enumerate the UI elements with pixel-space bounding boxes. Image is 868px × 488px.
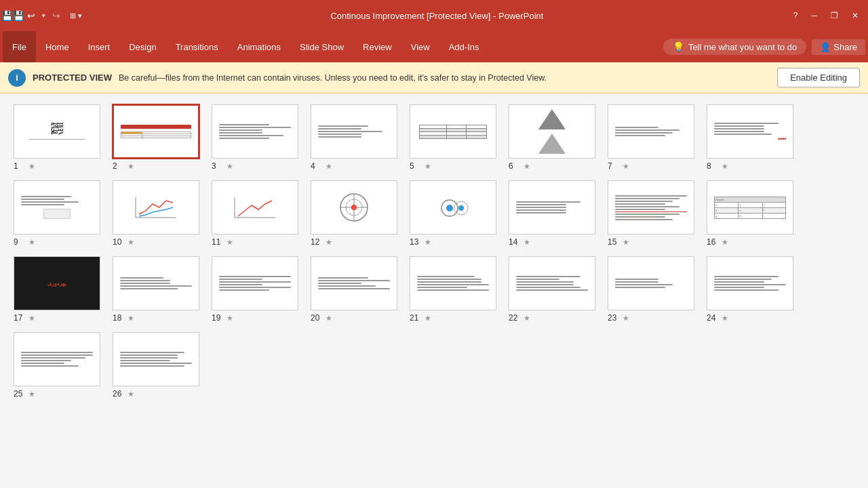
- slide-thumbnail-22[interactable]: [509, 256, 595, 310]
- slide-thumbnail-19[interactable]: [212, 256, 298, 310]
- slide-item-6[interactable]: 6★: [509, 104, 595, 171]
- slide-star-5[interactable]: ★: [425, 162, 431, 171]
- slide-thumbnail-14[interactable]: [509, 180, 595, 235]
- menu-animations[interactable]: Animations: [228, 31, 290, 62]
- menu-slideshow[interactable]: Slide Show: [290, 31, 353, 62]
- slide-star-13[interactable]: ★: [425, 238, 431, 247]
- slide-star-2[interactable]: ★: [127, 162, 134, 171]
- slide-thumbnail-4[interactable]: [311, 104, 397, 159]
- undo-dropdown[interactable]: ▾: [39, 11, 48, 20]
- slide-item-10[interactable]: 10★: [113, 180, 199, 247]
- slide-star-19[interactable]: ★: [226, 314, 233, 323]
- slide-item-9[interactable]: 9★: [14, 180, 100, 247]
- slide-item-5[interactable]: 5★: [410, 104, 496, 171]
- slide-star-12[interactable]: ★: [326, 238, 332, 247]
- slide-star-16[interactable]: ★: [722, 238, 728, 247]
- slide-item-3[interactable]: 3★: [212, 104, 298, 171]
- slide-star-25[interactable]: ★: [28, 390, 35, 399]
- slide-star-22[interactable]: ★: [524, 314, 530, 323]
- save-button[interactable]: 💾: [5, 8, 20, 23]
- customize-button[interactable]: ⊞ ▾: [67, 10, 85, 22]
- slide-thumbnail-8[interactable]: ■■■■: [707, 104, 793, 159]
- undo-button[interactable]: ↩: [24, 9, 38, 22]
- restore-button[interactable]: ❐: [827, 9, 842, 22]
- slide-item-15[interactable]: 15★: [608, 180, 694, 247]
- slide-star-17[interactable]: ★: [28, 314, 35, 323]
- slide-item-11[interactable]: 11★: [212, 180, 298, 247]
- slide-thumbnail-1[interactable]: ﷽: [14, 104, 100, 159]
- slide-star-21[interactable]: ★: [425, 314, 431, 323]
- share-button[interactable]: 👤 Share: [812, 39, 865, 55]
- slide-thumbnail-24[interactable]: [707, 256, 793, 310]
- slide-thumbnail-12[interactable]: [311, 180, 397, 235]
- slide-thumbnail-17[interactable]: بهره‌وری: [14, 256, 100, 310]
- slide-thumbnail-7[interactable]: [608, 104, 694, 159]
- slide-item-4[interactable]: 4★: [311, 104, 397, 171]
- slide-thumbnail-21[interactable]: [410, 256, 496, 310]
- tell-me-input[interactable]: 💡 Tell me what you want to do: [663, 39, 806, 55]
- slide-star-3[interactable]: ★: [226, 162, 233, 171]
- slide-item-12[interactable]: 12★: [311, 180, 397, 247]
- slide-star-7[interactable]: ★: [623, 162, 629, 171]
- slide-thumbnail-16[interactable]: Header abc def ghi: [707, 180, 793, 235]
- slide-star-23[interactable]: ★: [623, 314, 629, 323]
- menu-transitions[interactable]: Transitions: [166, 31, 228, 62]
- slide-star-18[interactable]: ★: [127, 314, 134, 323]
- menu-insert[interactable]: Insert: [79, 31, 120, 62]
- slide-star-8[interactable]: ★: [722, 162, 728, 171]
- slide-thumbnail-15[interactable]: [608, 180, 694, 235]
- slide-star-11[interactable]: ★: [226, 238, 233, 247]
- slide-thumbnail-9[interactable]: [14, 180, 100, 235]
- menu-addins[interactable]: Add-Ins: [439, 31, 489, 62]
- slide-thumbnail-18[interactable]: [113, 256, 199, 310]
- slide-thumbnail-10[interactable]: [113, 180, 199, 235]
- enable-editing-button[interactable]: Enable Editing: [777, 68, 860, 87]
- minimize-button[interactable]: ─: [807, 9, 821, 22]
- slide-item-23[interactable]: 23★: [608, 256, 694, 323]
- slide-thumbnail-2[interactable]: [113, 104, 199, 159]
- slide-item-13[interactable]: 13★: [410, 180, 496, 247]
- slide-star-20[interactable]: ★: [326, 314, 332, 323]
- slide-star-4[interactable]: ★: [326, 162, 332, 171]
- slide-thumbnail-26[interactable]: [113, 332, 199, 386]
- menu-review[interactable]: Review: [353, 31, 401, 62]
- help-icon[interactable]: ?: [789, 9, 802, 22]
- menu-design[interactable]: Design: [119, 31, 165, 62]
- slide-item-17[interactable]: بهره‌وری17★: [14, 256, 100, 323]
- menu-file[interactable]: File: [3, 31, 36, 62]
- slide-item-22[interactable]: 22★: [509, 256, 595, 323]
- slide-star-9[interactable]: ★: [28, 238, 35, 247]
- menu-view[interactable]: View: [401, 31, 439, 62]
- slide-item-7[interactable]: 7★: [608, 104, 694, 171]
- slide-item-18[interactable]: 18★: [113, 256, 199, 323]
- slide-thumbnail-6[interactable]: [509, 104, 595, 159]
- slide-item-20[interactable]: 20★: [311, 256, 397, 323]
- slide-thumbnail-23[interactable]: [608, 256, 694, 310]
- slide-item-24[interactable]: 24★: [707, 256, 793, 323]
- slide-thumbnail-25[interactable]: [14, 332, 100, 386]
- slide-thumbnail-3[interactable]: [212, 104, 298, 159]
- slide-item-25[interactable]: 25★: [14, 332, 100, 399]
- slide-item-1[interactable]: ﷽ 1★: [14, 104, 100, 171]
- slide-item-8[interactable]: ■■■■8★: [707, 104, 793, 171]
- slide-star-24[interactable]: ★: [722, 314, 728, 323]
- slide-item-2[interactable]: 2★: [113, 104, 199, 171]
- redo-button[interactable]: ↪: [50, 9, 63, 22]
- slide-star-15[interactable]: ★: [623, 238, 629, 247]
- slide-item-21[interactable]: 21★: [410, 256, 496, 323]
- slide-item-16[interactable]: Header abc def ghi 16★: [707, 180, 793, 247]
- menu-home[interactable]: Home: [36, 31, 79, 62]
- slide-thumbnail-13[interactable]: [410, 180, 496, 235]
- slide-star-1[interactable]: ★: [28, 162, 35, 171]
- slide-star-14[interactable]: ★: [524, 238, 530, 247]
- slide-star-6[interactable]: ★: [524, 162, 530, 171]
- slide-thumbnail-5[interactable]: [410, 104, 496, 159]
- slide-item-26[interactable]: 26★: [113, 332, 199, 399]
- slide-star-26[interactable]: ★: [127, 390, 134, 399]
- slide-item-14[interactable]: 14★: [509, 180, 595, 247]
- slide-thumbnail-20[interactable]: [311, 256, 397, 310]
- slide-item-19[interactable]: 19★: [212, 256, 298, 323]
- slide-star-10[interactable]: ★: [127, 238, 134, 247]
- close-button[interactable]: ✕: [848, 9, 863, 22]
- slide-thumbnail-11[interactable]: [212, 180, 298, 235]
